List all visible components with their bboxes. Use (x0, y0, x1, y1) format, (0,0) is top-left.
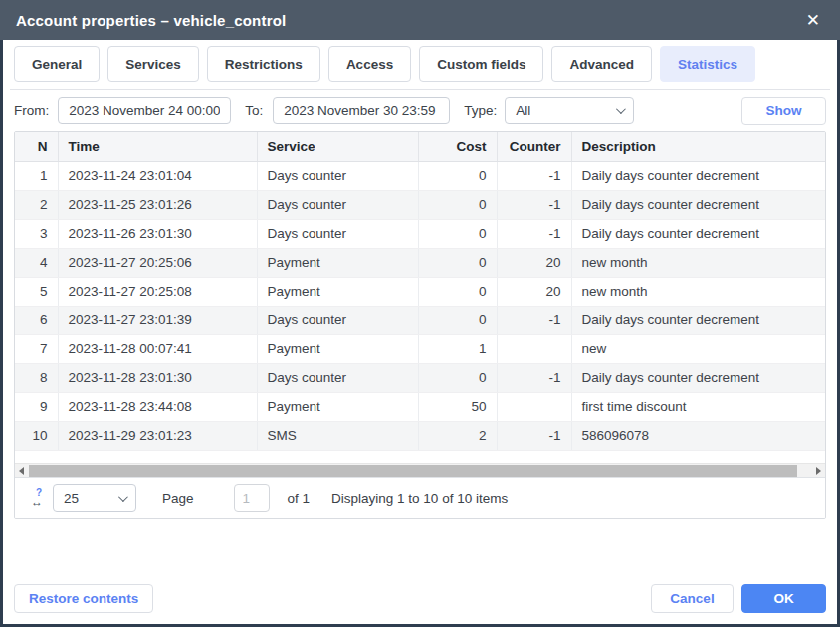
table-cell: Days counter (257, 363, 418, 392)
table-cell: 8 (15, 363, 58, 392)
column-header[interactable]: N (15, 132, 58, 161)
table-cell: Days counter (257, 190, 418, 219)
scroll-left-arrow[interactable] (15, 464, 28, 478)
table-cell: new month (571, 277, 825, 306)
tab-bar: General Services Restrictions Access Cus… (14, 46, 826, 82)
table-cell: 586096078 (571, 421, 825, 450)
table-cell: 20 (497, 277, 571, 306)
restore-contents-button[interactable]: Restore contents (14, 584, 153, 613)
tab-access[interactable]: Access (328, 46, 411, 82)
table-cell: -1 (497, 219, 571, 248)
table-row[interactable]: 22023-11-25 23:01:26Days counter0-1Daily… (15, 190, 825, 219)
table-cell: Payment (257, 334, 418, 363)
tab-general[interactable]: General (14, 46, 100, 82)
table-cell: -1 (497, 161, 571, 190)
pagination-bar: ? ↔ 25 Page of 1 Displaying 1 to 10 of 1… (15, 477, 825, 518)
table-row[interactable]: 72023-11-28 00:07:41Payment1new (15, 334, 825, 363)
page-number-input[interactable] (234, 484, 270, 512)
tab-restrictions[interactable]: Restrictions (207, 46, 320, 82)
table-cell: Daily days counter decrement (571, 306, 825, 334)
table-cell: 2023-11-28 23:44:08 (58, 392, 257, 421)
chevron-down-icon (118, 492, 128, 502)
grid-empty-area (15, 451, 825, 464)
column-header[interactable]: Description (571, 132, 825, 161)
table-cell: 2 (418, 421, 497, 450)
table-cell: -1 (497, 421, 571, 450)
page-label: Page (162, 491, 194, 506)
table-cell: 2023-11-27 20:25:06 (58, 248, 257, 277)
table-cell: 1 (15, 161, 58, 190)
table-cell: 0 (418, 363, 497, 392)
table-cell: 0 (418, 161, 497, 190)
table-cell: 0 (418, 306, 497, 334)
type-select[interactable]: All (505, 97, 634, 124)
table-row[interactable]: 12023-11-24 23:01:04Days counter0-1Daily… (15, 161, 825, 190)
table-cell: Daily days counter decrement (571, 190, 825, 219)
from-date-input[interactable] (58, 97, 231, 124)
page-size-select[interactable]: 25 (53, 484, 136, 512)
close-icon[interactable]: ✕ (802, 10, 824, 31)
table-cell: 9 (15, 392, 58, 421)
table-cell: Payment (257, 392, 418, 421)
tab-statistics[interactable]: Statistics (660, 46, 755, 82)
column-header[interactable]: Time (58, 132, 257, 161)
cancel-button[interactable]: Cancel (651, 584, 734, 613)
scrollbar-track[interactable] (28, 464, 812, 478)
table-cell: new (571, 334, 825, 363)
type-select-value: All (516, 104, 530, 118)
table-cell: 2023-11-25 23:01:26 (58, 190, 257, 219)
table-cell: 2023-11-28 00:07:41 (58, 334, 257, 363)
table-cell: 6 (15, 306, 58, 334)
column-header[interactable]: Service (257, 132, 418, 161)
tab-custom-fields[interactable]: Custom fields (419, 46, 543, 82)
tab-services[interactable]: Services (107, 46, 199, 82)
dialog-titlebar[interactable]: Account properties – vehicle_control ✕ (0, 0, 840, 40)
table-row[interactable]: 102023-11-29 23:01:23SMS2-1586096078 (15, 421, 825, 450)
to-date-input[interactable] (273, 97, 450, 124)
table-row[interactable]: 92023-11-28 23:44:08Payment50first time … (15, 392, 825, 421)
dialog-footer: Restore contents Cancel OK (14, 584, 826, 613)
table-cell: 50 (418, 392, 497, 421)
table-cell: 2023-11-27 23:01:39 (58, 306, 257, 334)
table-cell: 2023-11-27 20:25:08 (58, 277, 257, 306)
table-cell: 10 (15, 421, 58, 450)
table-cell: SMS (257, 421, 418, 450)
table-cell: Days counter (257, 161, 418, 190)
scroll-right-arrow[interactable] (812, 464, 825, 478)
table-row[interactable]: 42023-11-27 20:25:06Payment020new month (15, 248, 825, 277)
tabs-divider (10, 89, 830, 90)
table-cell: Payment (257, 248, 418, 277)
tab-advanced[interactable]: Advanced (551, 46, 652, 82)
page-size-value: 25 (64, 491, 79, 506)
filter-bar: From: To: Type: All Show (14, 97, 826, 124)
table-cell: Days counter (257, 219, 418, 248)
table-cell: first time discount (571, 392, 825, 421)
table-cell: new month (571, 248, 825, 277)
table-header-row: NTimeServiceCostCounterDescription (15, 132, 825, 161)
window-border-left (0, 0, 3, 627)
table-cell: 0 (418, 190, 497, 219)
column-header[interactable]: Counter (497, 132, 571, 161)
horizontal-scrollbar[interactable] (15, 463, 825, 477)
page-size-icon[interactable]: ? ↔ (31, 488, 43, 508)
table-cell: 0 (418, 219, 497, 248)
table-row[interactable]: 32023-11-26 23:01:30Days counter0-1Daily… (15, 219, 825, 248)
help-icon: ? (36, 488, 42, 498)
table-cell: 1 (418, 334, 497, 363)
table-cell (497, 334, 571, 363)
table-row[interactable]: 62023-11-27 23:01:39Days counter0-1Daily… (15, 306, 825, 334)
table-cell: -1 (497, 190, 571, 219)
table-row[interactable]: 82023-11-28 23:01:30Days counter0-1Daily… (15, 363, 825, 392)
table-cell: 3 (15, 219, 58, 248)
ok-button[interactable]: OK (741, 584, 826, 613)
page-of-label: of 1 (288, 491, 311, 506)
table-cell: 7 (15, 334, 58, 363)
column-header[interactable]: Cost (418, 132, 497, 161)
table-cell: Daily days counter decrement (571, 219, 825, 248)
table-cell: Payment (257, 277, 418, 306)
table-cell: 20 (497, 248, 571, 277)
show-button[interactable]: Show (741, 97, 826, 125)
scrollbar-thumb[interactable] (29, 465, 797, 477)
table-cell: Daily days counter decrement (571, 363, 825, 392)
table-row[interactable]: 52023-11-27 20:25:08Payment020new month (15, 277, 825, 306)
